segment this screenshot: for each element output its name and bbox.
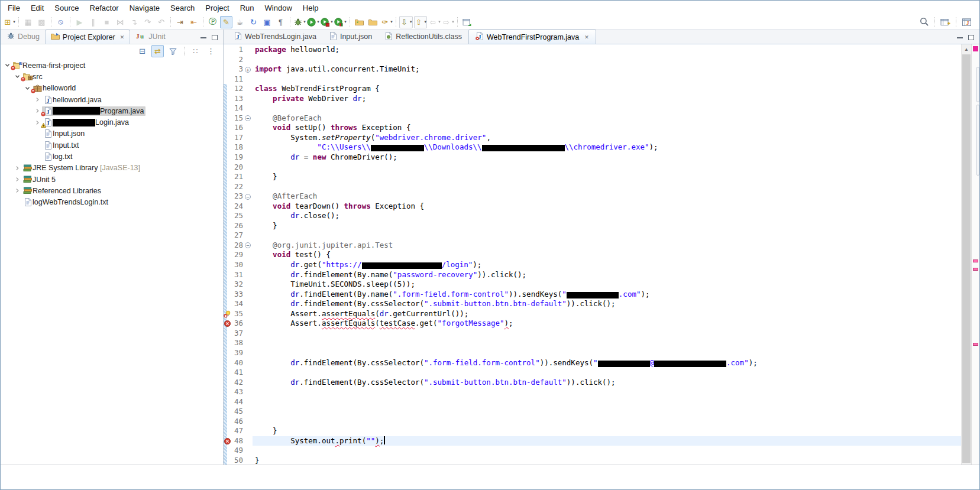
editor-tab-webtrendslogin-java[interactable]: JWebTrendsLogin.java	[228, 30, 323, 44]
code-line-27[interactable]: 27	[224, 231, 961, 241]
close-icon[interactable]: ✕	[584, 34, 589, 40]
fold-expand-icon[interactable]: +	[244, 64, 253, 74]
code-line-16[interactable]: 16 void setUp() throws Exception {	[224, 123, 961, 133]
tree-item-referenced-libraries[interactable]: Referenced Libraries	[1, 185, 223, 196]
menu-source[interactable]: Source	[49, 2, 84, 14]
code-line-36[interactable]: 36 Assert.assertEquals(testCase.get("for…	[224, 319, 961, 329]
code-line-1[interactable]: 1package helloworld;	[224, 45, 961, 55]
code-line-34[interactable]: 34 dr.findElement(By.cssSelector(".submi…	[224, 299, 961, 309]
code-line-15[interactable]: 15− @BeforeEach	[224, 113, 961, 124]
quickfix-error-icon[interactable]	[224, 309, 231, 319]
mark-occurrences-button[interactable]: ✎	[220, 16, 232, 28]
minimized-view-trim[interactable]	[976, 67, 979, 102]
open-task-button[interactable]	[353, 16, 366, 28]
code-line-19[interactable]: 19 dr = new ChromeDriver();	[224, 152, 961, 163]
next-edit-location-dropdown[interactable]: ▾	[425, 20, 427, 24]
profile-dropdown[interactable]: ▾	[344, 20, 347, 24]
link-with-editor-button[interactable]: ⇄	[151, 45, 164, 57]
new-wizard-dropdown[interactable]: ▾	[13, 20, 15, 24]
chevron-right-icon[interactable]	[13, 177, 22, 182]
tree-item-reema-first-project[interactable]: JReema-first-project	[1, 60, 223, 71]
code-line-46[interactable]: 46	[224, 417, 961, 427]
code-line-14[interactable]: 14	[224, 103, 961, 113]
view-menu-button[interactable]: ⋮	[205, 45, 217, 57]
java-perspective-button[interactable]: J	[960, 16, 973, 28]
last-edit-location-button[interactable]: ⇩▾	[399, 16, 413, 28]
vertical-scrollbar[interactable]: ▲	[961, 44, 971, 465]
editor-tab-webtrendfirstprogram-java[interactable]: JWebTrendFirstProgram.java✕	[468, 30, 596, 44]
chevron-right-icon[interactable]	[13, 188, 22, 193]
minimize-icon[interactable]	[200, 37, 206, 38]
code-line-24[interactable]: 24 void tearDown() throws Exception {	[224, 202, 961, 212]
tree-item-src[interactable]: src	[1, 71, 223, 82]
pin-editor-button[interactable]	[461, 16, 473, 28]
fold-collapse-icon[interactable]: −	[244, 113, 253, 124]
code-line-37[interactable]: 37	[224, 329, 961, 339]
code-line-18[interactable]: 18 "C:\\Users\\\\Downloads\\\\chromedriv…	[224, 142, 961, 152]
chevron-right-icon[interactable]	[33, 97, 42, 102]
tree-item-input-txt[interactable]: Input.txt	[1, 139, 223, 151]
fold-mark[interactable]: −	[245, 242, 251, 248]
code-line-50[interactable]: 50}	[224, 456, 961, 465]
refresh-project-button[interactable]: ↻	[247, 16, 260, 28]
fold-mark[interactable]: +	[245, 67, 251, 73]
fold-collapse-icon[interactable]: −	[244, 241, 253, 251]
run-button[interactable]: ▾	[307, 16, 319, 28]
menu-edit[interactable]: Edit	[25, 2, 49, 14]
code-line-11[interactable]: 11	[224, 74, 961, 85]
error-overview-mark-line-36[interactable]	[973, 268, 978, 271]
menu-help[interactable]: Help	[297, 2, 324, 14]
fold-mark[interactable]: −	[245, 194, 251, 200]
code-line-48[interactable]: 48 System.out.print("");	[224, 436, 961, 446]
new-wizard-button[interactable]: ⊞▾	[3, 16, 15, 28]
open-perspective-button[interactable]	[939, 16, 952, 28]
search-button[interactable]	[918, 16, 930, 28]
code-line-2[interactable]: 2	[224, 55, 961, 65]
fold-mark[interactable]: −	[245, 115, 251, 121]
skip-all-breakpoints-button[interactable]: ⦸	[54, 16, 67, 28]
coverage-dropdown[interactable]: ▾	[331, 20, 333, 24]
error-marker-icon[interactable]	[224, 436, 231, 446]
menu-search[interactable]: Search	[165, 2, 200, 14]
code-line-23[interactable]: 23− @AfterEach	[224, 192, 961, 202]
open-resource-button[interactable]	[367, 16, 379, 28]
tree-item-login-java[interactable]: JLogin.java	[1, 116, 223, 128]
code-line-32[interactable]: 32 TimeUnit.SECONDS.sleep((5));	[224, 280, 961, 290]
code-line-25[interactable]: 25 dr.close();	[224, 211, 961, 221]
debug-dropdown[interactable]: ▾	[303, 20, 306, 24]
menu-project[interactable]: Project	[200, 2, 234, 14]
scrollbar-thumb[interactable]	[962, 54, 971, 463]
new-java-project-button[interactable]: Ⓟ	[206, 16, 219, 28]
view-tab-junit[interactable]: JuJUnit	[130, 30, 170, 44]
tree-item-log-txt[interactable]: log.txt	[1, 151, 223, 162]
show-whitespace-button[interactable]: ¶	[274, 16, 287, 28]
code-line-35[interactable]: 35 Assert.assertEquals(dr.getCurrentUrl(…	[224, 309, 961, 319]
debug-button[interactable]: ▾	[293, 16, 306, 28]
scroll-up-button[interactable]: ▲	[962, 44, 971, 54]
maximize-icon[interactable]	[212, 35, 218, 40]
code-line-47[interactable]: 47 }	[224, 426, 961, 436]
maximize-icon[interactable]	[968, 35, 974, 40]
code-line-13[interactable]: 13 private WebDriver dr;	[224, 94, 961, 104]
code-line-17[interactable]: 17 System.setProperty("webdriver.chrome.…	[224, 133, 961, 143]
back-dropdown[interactable]: ▾	[438, 20, 441, 24]
code-line-30[interactable]: 30 dr.get("https:///login");	[224, 260, 961, 270]
menu-file[interactable]: File	[2, 2, 25, 14]
menu-refactor[interactable]: Refactor	[85, 2, 124, 14]
last-edit-location-dropdown[interactable]: ▾	[410, 20, 412, 24]
filter-button[interactable]	[167, 45, 179, 57]
code-line-40[interactable]: 40 dr.findElement(By.cssSelector(".form-…	[224, 358, 961, 368]
tree-item-input-json[interactable]: Input.json	[1, 128, 223, 139]
code-line-41[interactable]: 41	[224, 368, 961, 378]
error-marker-icon[interactable]	[224, 319, 231, 329]
editor-tab-reflectionutils-class[interactable]: ReflectionUtils.class	[379, 30, 468, 44]
forward-dropdown[interactable]: ▾	[452, 20, 454, 24]
project-tree[interactable]: JReema-first-projectsrchelloworldJhellow…	[1, 58, 223, 465]
menu-run[interactable]: Run	[235, 2, 260, 14]
editor-tab-input-json[interactable]: Input.json	[323, 30, 379, 44]
code-line-12[interactable]: 12class WebTrendFirstProgram {	[224, 84, 961, 94]
tree-item-program-java[interactable]: JProgram.java	[1, 105, 223, 116]
annotate-button[interactable]: ✑▾	[380, 16, 393, 28]
code-line-44[interactable]: 44	[224, 397, 961, 407]
run-dropdown[interactable]: ▾	[317, 20, 319, 24]
